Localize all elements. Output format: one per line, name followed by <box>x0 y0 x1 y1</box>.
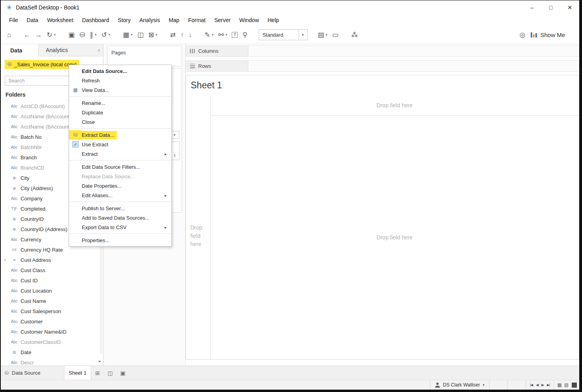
field-row[interactable]: Abc Cust Location <box>1 286 99 296</box>
tab-analytics[interactable]: Analytics ‹ <box>39 44 103 56</box>
expand-icon[interactable]: › <box>2 257 8 263</box>
redo-button[interactable]: → <box>33 28 44 41</box>
drop-zone-main[interactable]: Drop field here <box>210 116 579 359</box>
new-dashboard-tab-button[interactable]: ◫ <box>104 366 116 380</box>
menu-item-label: Use Extract <box>82 140 111 149</box>
close-button[interactable]: × <box>560 0 579 15</box>
menu-item-edit-data-source-filters[interactable]: Edit Data Source Filters... <box>69 162 171 172</box>
sheet-nav-button[interactable]: ◀ <box>536 383 538 387</box>
columns-shelf[interactable]: Columns <box>186 45 579 57</box>
caret-down-icon[interactable]: ▾ <box>54 33 56 37</box>
run-auto-updates-button[interactable]: ↺ ▾ <box>99 28 113 41</box>
sheet-nav-button[interactable]: |◀ <box>530 383 533 387</box>
home-button[interactable]: ⌂ <box>5 28 13 41</box>
filmstrip-toggle-icon[interactable] <box>572 383 577 388</box>
scroll-down-icon[interactable]: ⌄ <box>97 357 102 363</box>
swap-rows-columns-button[interactable]: ⇄ <box>168 28 178 41</box>
menubar-item[interactable]: Map <box>164 16 184 24</box>
view-fit-combobox[interactable]: Standard ▾ <box>259 29 308 40</box>
highlight-button[interactable]: ✎ ▾ <box>202 28 216 41</box>
fix-axes-button[interactable]: ⚲ <box>240 28 250 41</box>
menu-item-add-to-saved-data-sources[interactable]: Add to Saved Data Sources... <box>69 213 171 222</box>
menu-item-close[interactable]: Close <box>69 117 171 127</box>
show-me-button[interactable]: Show Me <box>528 30 570 40</box>
menu-item-extract[interactable]: Extract ▸ <box>69 149 171 159</box>
field-row[interactable]: › ⚭ Cust Address <box>1 255 99 265</box>
menu-item-view-data[interactable]: ▦ View Data... <box>69 85 171 95</box>
sheet-nav-button[interactable]: ▶ <box>541 383 544 387</box>
view-switcher-icon[interactable]: ▤ <box>564 382 569 388</box>
clear-sheet-button[interactable]: ⊠ ▾ <box>146 28 160 41</box>
replay-button[interactable]: ↻ ▾ <box>44 28 58 41</box>
drop-zone-columns[interactable]: Drop field here <box>210 95 579 115</box>
undo-button[interactable]: ← <box>21 28 33 41</box>
caret-down-icon[interactable]: ▾ <box>326 33 328 37</box>
menu-item-rename[interactable]: Rename... <box>69 98 171 108</box>
view-switcher-icon[interactable]: ▦ <box>557 382 561 388</box>
sort-ascending-button[interactable]: ↑ <box>178 28 186 41</box>
field-row[interactable]: Abc Cust Name <box>1 296 99 306</box>
menu-item-date-properties[interactable]: Date Properties... <box>69 181 171 190</box>
find-button[interactable]: ◎ <box>517 28 528 41</box>
duplicate-sheet-button[interactable]: ◫ <box>135 28 146 41</box>
user-account-button[interactable]: DS Clark Walliser ▾ <box>430 380 490 390</box>
menubar-item[interactable]: Server <box>210 16 235 24</box>
fit-selector-button[interactable]: ▤ ▾ <box>315 28 330 41</box>
menubar-item[interactable]: Data <box>23 16 43 24</box>
caret-down-icon[interactable]: ▾ <box>212 33 214 37</box>
tab-data[interactable]: Data <box>1 44 39 56</box>
group-members-button[interactable]: ⚯ ▾ <box>216 28 230 41</box>
field-row[interactable]: Abc CustomerClassID <box>1 337 99 347</box>
rows-shelf[interactable]: Rows <box>186 60 579 72</box>
sheet-1-tab[interactable]: Sheet 1 <box>64 366 91 380</box>
data-source-tab[interactable]: ⛁ Data Source <box>1 366 64 380</box>
field-row[interactable]: Abc Cust Salesperson <box>1 306 99 316</box>
show-mark-labels-button[interactable]: T <box>229 28 240 41</box>
menu-item-extract-data[interactable]: ⛁ Extract Data... <box>69 130 171 140</box>
menubar-item[interactable]: Story <box>113 16 135 24</box>
maximize-button[interactable]: □ <box>541 0 560 15</box>
menubar-item[interactable]: Worksheet <box>43 16 78 24</box>
menu-item-use-extract[interactable]: ✓ Use Extract <box>69 140 171 149</box>
new-worksheet-button[interactable]: ▦ ▾ <box>120 28 135 41</box>
minimize-button[interactable]: – <box>522 0 541 15</box>
field-row[interactable]: Abc Customer Name&ID <box>1 327 99 337</box>
field-type-icon: Abc <box>8 268 21 273</box>
new-story-tab-button[interactable]: ▣ <box>116 366 129 380</box>
caret-down-icon[interactable]: ▾ <box>95 33 97 37</box>
field-row[interactable]: ⊞ Date <box>1 347 99 357</box>
presentation-mode-button[interactable]: ▭ <box>330 28 341 41</box>
sort-descending-button[interactable]: ↓ <box>186 28 194 41</box>
caret-down-icon[interactable]: ▾ <box>131 33 133 37</box>
field-row[interactable]: Abc Descr <box>1 357 99 365</box>
menubar-item[interactable]: File <box>5 16 23 24</box>
share-button[interactable]: ⁂ <box>349 28 360 41</box>
pause-auto-updates-button[interactable]: ∥ ▾ <box>87 28 99 41</box>
new-worksheet-tab-button[interactable]: ⊞ <box>91 366 104 380</box>
save-button[interactable]: ▣ <box>66 28 77 41</box>
caret-down-icon[interactable]: ▾ <box>299 30 307 40</box>
menu-item-edit-aliases[interactable]: Edit Aliases... ▸ <box>69 190 171 200</box>
menu-item-replace-data-source[interactable]: Replace Data Source... <box>69 172 171 181</box>
field-row[interactable]: Abc Cust Class <box>1 265 99 275</box>
menubar-item[interactable]: Analysis <box>135 16 164 24</box>
menubar-item[interactable]: Help <box>263 16 283 24</box>
menu-item-properties[interactable]: Properties... <box>69 235 171 245</box>
field-row[interactable]: Abc Cust ID <box>1 275 99 286</box>
collapse-pane-icon[interactable]: ‹ <box>98 47 100 53</box>
sheet-nav-button[interactable]: ▶| <box>547 383 550 387</box>
menubar-item[interactable]: Format <box>184 16 210 24</box>
caret-down-icon[interactable]: ▾ <box>156 33 158 37</box>
menu-item-export-data-to-csv[interactable]: Export Data to CSV ▸ <box>69 222 171 232</box>
menubar-item[interactable]: Dashboard <box>78 16 114 24</box>
field-row[interactable]: Abc Customer <box>1 316 99 327</box>
menu-item-edit-data-source[interactable]: Edit Data Source... <box>69 66 171 76</box>
menu-item-refresh[interactable]: Refresh <box>69 76 171 85</box>
caret-down-icon[interactable]: ▾ <box>109 33 111 37</box>
drop-zone-rows[interactable]: Drop field here <box>190 224 202 248</box>
menubar-item[interactable]: Window <box>235 16 263 24</box>
new-data-source-button[interactable]: ⛁ <box>77 28 87 41</box>
menu-item-duplicate[interactable]: Duplicate <box>69 108 171 117</box>
menu-item-publish-to-server[interactable]: Publish to Server... <box>69 203 171 213</box>
caret-down-icon[interactable]: ▾ <box>225 33 227 37</box>
